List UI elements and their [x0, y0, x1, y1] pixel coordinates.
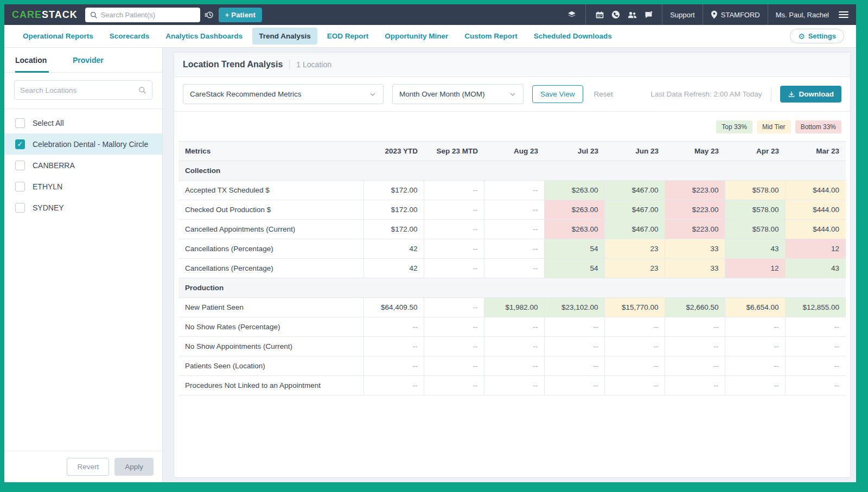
- metric-value: $6,654.00: [725, 298, 786, 317]
- metric-row-procedures-not-linked-to-an-appointment: Procedures Not Linked to an Appointment-…: [178, 376, 846, 395]
- metric-value: --: [424, 181, 484, 200]
- people-icon[interactable]: [624, 4, 640, 25]
- metric-value: --: [665, 317, 725, 337]
- metric-value: --: [424, 200, 484, 220]
- settings-button[interactable]: ⚙ Settings: [790, 29, 844, 43]
- column-header-aug-23: Aug 23: [484, 142, 545, 161]
- download-button[interactable]: Download: [780, 86, 842, 103]
- metric-value: --: [424, 317, 484, 337]
- metric-value: 42: [364, 259, 424, 278]
- revert-button[interactable]: Revert: [67, 458, 109, 476]
- metric-row-cancellations-percentage: Cancellations (Percentage)42----54233343…: [178, 239, 846, 259]
- support-link[interactable]: Support: [668, 11, 697, 19]
- metric-name: Cancellations (Percentage): [178, 259, 364, 278]
- metric-name: No Show Appointments (Current): [178, 337, 364, 356]
- comparison-select[interactable]: Month Over Month (MOM): [392, 84, 524, 104]
- checkbox-checked-icon[interactable]: ✓: [15, 139, 25, 149]
- patient-search-input[interactable]: [101, 11, 196, 19]
- tab-opportunity-miner[interactable]: Opportunity Miner: [378, 28, 455, 44]
- menu-icon[interactable]: [837, 9, 851, 20]
- search-icon: [90, 11, 98, 19]
- metric-row-no-show-appointments-current: No Show Appointments (Current)----------…: [178, 337, 846, 356]
- save-view-button[interactable]: Save View: [532, 85, 583, 103]
- location-item-sydney[interactable]: SYDNEY: [4, 197, 162, 218]
- metric-value: --: [545, 317, 605, 337]
- checkbox-icon[interactable]: [15, 182, 25, 191]
- metric-value: --: [725, 376, 786, 395]
- location-label: Select All: [33, 119, 64, 127]
- tab-scheduled-downloads[interactable]: Scheduled Downloads: [527, 28, 618, 44]
- card-body: Top 33%Mid TierBottom 33% Metrics2023 YT…: [174, 112, 850, 477]
- metric-value: --: [786, 376, 846, 395]
- user-menu[interactable]: Ms. Paul, Rachel: [774, 11, 831, 19]
- metric-value: --: [725, 317, 786, 337]
- chevron-down-icon: [509, 91, 516, 98]
- tab-operational-reports[interactable]: Operational Reports: [16, 28, 100, 44]
- controls-row: CareStack Recommended Metrics Month Over…: [174, 77, 850, 112]
- chat-icon[interactable]: [640, 4, 656, 25]
- tab-scorecards[interactable]: Scorecards: [103, 28, 156, 44]
- tab-location[interactable]: Location: [15, 48, 49, 73]
- download-label: Download: [799, 90, 834, 98]
- metric-value: $263.00: [545, 200, 605, 220]
- metrics-select[interactable]: CareStack Recommended Metrics: [183, 84, 384, 104]
- user-name: Ms. Paul, Rachel: [776, 11, 829, 19]
- location-search-input[interactable]: [20, 86, 133, 94]
- tab-eod-report[interactable]: EOD Report: [321, 28, 375, 44]
- metric-name: Patients Seen (Location): [178, 356, 364, 376]
- metric-value: $467.00: [605, 200, 665, 220]
- apply-button[interactable]: Apply: [114, 458, 154, 476]
- metric-row-checked-out-production: Checked Out Production $$172.00----$263.…: [178, 200, 846, 220]
- checkbox-icon[interactable]: [15, 203, 25, 213]
- metric-value: 12: [725, 259, 786, 278]
- location-switcher[interactable]: STAMFORD: [709, 10, 762, 19]
- add-patient-button[interactable]: + Patient: [219, 8, 262, 22]
- metrics-select-value: CareStack Recommended Metrics: [190, 90, 302, 98]
- metric-value: --: [364, 356, 424, 376]
- location-count: 1 Location: [296, 60, 331, 69]
- metric-value: $172.00: [364, 181, 424, 200]
- tab-trend-analysis[interactable]: Trend Analysis: [252, 28, 317, 44]
- location-item-canberra[interactable]: CANBERRA: [4, 155, 162, 176]
- location-label: Celebration Dental - Mallory Circle: [33, 140, 148, 149]
- divider: [771, 87, 771, 101]
- tab-analytics-dashboards[interactable]: Analytics Dashboards: [159, 28, 249, 44]
- metric-value: $1,982.00: [484, 298, 545, 317]
- location-item-celebration-dental-mallory-circle[interactable]: ✓Celebration Dental - Mallory Circle: [4, 133, 162, 155]
- trend-analysis-card: Location Trend Analysis 1 Location CareS…: [174, 52, 851, 478]
- last-refresh-text: Last Data Refresh: 2:00 AM Today: [650, 90, 762, 98]
- metric-value: $444.00: [786, 200, 846, 220]
- recent-patients-icon[interactable]: [200, 8, 219, 22]
- tab-custom-report[interactable]: Custom Report: [458, 28, 524, 44]
- metric-value: --: [484, 337, 545, 356]
- patient-search[interactable]: [85, 8, 200, 22]
- metric-value: $23,102.00: [545, 298, 605, 317]
- metric-value: $223.00: [665, 200, 725, 220]
- stack-icon[interactable]: [564, 4, 580, 25]
- metric-value: $444.00: [786, 220, 846, 239]
- metric-row-accepted-tx-scheduled: Accepted TX Scheduled $$172.00----$263.0…: [178, 181, 846, 200]
- metric-value: --: [605, 376, 665, 395]
- page-title: Location Trend Analysis: [183, 60, 283, 69]
- table-header-row: Metrics2023 YTDSep 23 MTDAug 23Jul 23Jun…: [178, 142, 846, 161]
- calendar-icon[interactable]: [591, 4, 608, 25]
- metric-value: --: [484, 239, 545, 259]
- column-header-apr-23: Apr 23: [725, 142, 786, 161]
- group-row-production: Production: [178, 278, 846, 298]
- metric-value: $467.00: [605, 220, 665, 239]
- sidebar-tabs: Location Provider: [4, 48, 162, 73]
- select-all-checkbox[interactable]: Select All: [4, 112, 162, 133]
- metric-value: --: [545, 337, 605, 356]
- reset-link[interactable]: Reset: [594, 90, 613, 98]
- checkbox-icon[interactable]: [15, 118, 25, 128]
- metric-value: $223.00: [665, 220, 725, 239]
- checkbox-icon[interactable]: [15, 161, 25, 170]
- metric-value: --: [725, 356, 786, 376]
- group-label: Production: [178, 278, 846, 298]
- carestack-logo[interactable]: CARESTACK: [12, 9, 78, 21]
- location-item-ethyln[interactable]: ETHYLN: [4, 176, 162, 197]
- tab-provider[interactable]: Provider: [73, 48, 106, 73]
- metric-value: 43: [725, 239, 786, 259]
- phone-icon[interactable]: [608, 4, 624, 25]
- metric-value: --: [364, 337, 424, 356]
